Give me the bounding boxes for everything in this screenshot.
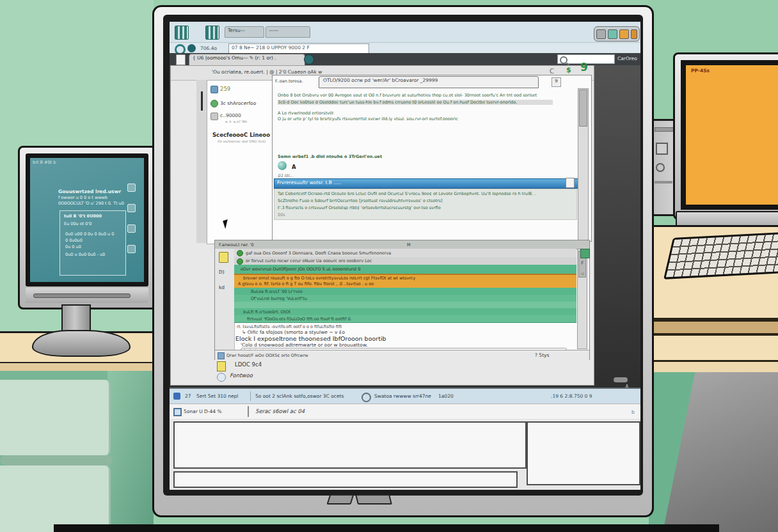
monitor-notch [326, 494, 354, 505]
doc-tab[interactable]: OTLO/9200 ocrw pd 'wer/Ar' bCroavaror _2… [319, 76, 539, 88]
key-icon[interactable] [596, 29, 606, 39]
left-screen-icon[interactable] [127, 224, 136, 233]
browser-tab[interactable]: { U6 |oomooo's Omu— ✎ (r: 1 or) . [189, 54, 305, 66]
below-item[interactable]: Fontwoo [230, 372, 253, 379]
sidebar-item-sub: a..t- a.o? We [225, 120, 247, 123]
keyboard [663, 231, 778, 279]
panel-header: F.anwouLt rwr. '0 M [215, 240, 589, 249]
taskbar-item[interactable]: 5ert 5et 310 nepl [196, 393, 238, 399]
doc-line-number: 01 liti... [278, 173, 294, 178]
dollar-icon[interactable]: $ [566, 67, 571, 73]
pin-icon[interactable] [201, 91, 203, 111]
columns-icon[interactable] [205, 26, 219, 40]
copyright-icon[interactable]: C [550, 68, 554, 74]
change-row[interactable]: ftrtvust 'fOoOo.ots fOuLOoO ftft.oo ftso… [234, 315, 576, 323]
taskbar-item[interactable]: 1a020 [438, 393, 454, 399]
monitor-power-button[interactable] [355, 494, 392, 505]
detail-line: 'Colo d snowwood adtremwarte or oor w br… [241, 342, 368, 348]
grid-teal-icon[interactable] [608, 29, 617, 39]
secondary-left[interactable]: 5onar U D-44 % [184, 409, 222, 414]
sidebar-item[interactable]: c..90000 [220, 113, 241, 118]
dialog-line: Eu 00u ot 0'0 [64, 221, 91, 226]
taskbar-item[interactable]: 5o oot 2 sclAnk sotfo,oswor 3C ocets [255, 393, 344, 399]
search-label[interactable]: CarOreo [617, 56, 637, 61]
below-item[interactable]: LDOC 9c4 [235, 361, 262, 368]
title-tab[interactable]: —— [266, 26, 310, 38]
address-input[interactable]: 07 8 Ne~ 218 0 UPPOY 9000 2 F [228, 43, 369, 54]
row-text: buLft ft.o'tsoo0rt. OtOf. [243, 309, 291, 315]
window-toolbar: 706.4o 07 8 Ne~ 218 0 UPPOY 9000 2 F [170, 42, 640, 54]
row-text: gaf oua Oes Oooonf 3 Oonnsara, Dooft Cna… [246, 251, 391, 256]
doc-line: O ju or urte p' tyl to brsrtcyufs rtsvun… [278, 116, 458, 121]
tower-knob[interactable] [656, 163, 665, 172]
doc-scrollbar[interactable] [578, 88, 589, 240]
quote-block: Tat Coberlcetf Ocrsoo-rtd Ocoute bro Lcl… [274, 189, 577, 220]
dialog-line: 0u0 u 0u0 0u0 - u0 [65, 252, 105, 257]
sidebar-item[interactable]: ScecfeoooC Lineoo [212, 132, 270, 138]
start-icon[interactable] [173, 393, 180, 400]
change-row[interactable]: oOvr wovrvruo OutOftJoorc JOo OOLFO S uL… [234, 265, 576, 274]
toolbar-counter: 706.4o [200, 45, 217, 51]
nine-badge[interactable]: 9 [580, 65, 588, 70]
right-screen-label: PP-4Ss [691, 68, 710, 74]
left-screen-icon[interactable] [127, 184, 136, 192]
doc-line: Onbo 8 bot Orsbvru vor 00 Avrogoe sout s… [278, 93, 573, 98]
document-icon[interactable] [176, 54, 186, 65]
cabinet-side [107, 371, 154, 532]
selected-row[interactable]: Frvreresuuftr wotsr. t.B ..... [274, 178, 582, 189]
file-icon[interactable] [219, 252, 228, 263]
orange-half-icon[interactable] [631, 29, 637, 39]
doc-tab-left[interactable]: F..oan.toresa. [275, 79, 303, 84]
block-line: ScZtrothe f'uso o Sdourf brrtOscurrtoo [… [278, 198, 443, 203]
status-icon [218, 352, 225, 359]
left-screen-icon[interactable] [127, 245, 136, 253]
ide-sidebar: 259 3c shArocerfoo c..90000 a..t- a.o? W… [207, 80, 273, 244]
left-monitor-slot [33, 293, 131, 298]
rail-glyph: D) [219, 269, 225, 275]
scrollbar-thumb[interactable] [579, 90, 587, 127]
taskbar-num: 27 [185, 393, 191, 399]
rail-glyph: kd [219, 285, 225, 290]
secondary-divider [248, 406, 249, 417]
change-row[interactable]: or forvut curto rocwr cerur oNuor Ua ooo… [234, 257, 576, 265]
changes-panel: F.anwouLt rwr. '0 M D) kd gaf oua Oes Oo… [214, 240, 590, 360]
tool-glyph[interactable]: F [581, 260, 584, 266]
grid-orange-icon[interactable] [619, 29, 629, 39]
desktop-pill[interactable] [614, 377, 628, 382]
shield-icon [210, 86, 218, 93]
green-tool-icon[interactable] [580, 249, 590, 258]
blank-panel-right [527, 421, 640, 485]
record-dot-icon[interactable] [187, 44, 196, 52]
tower-slot [655, 127, 675, 132]
notes-icon[interactable] [173, 408, 182, 416]
panel-header-right: M [407, 242, 411, 247]
left-screen-icon[interactable] [127, 204, 136, 212]
page-curl-icon[interactable] [566, 178, 575, 188]
detail-line: rt. tsvuLftsftstts -ovrtfo.oft ootf o o … [237, 324, 342, 329]
left-monitor-stand-base [32, 330, 131, 357]
dialog-title: tu0 B '0't 0U000 [64, 214, 102, 219]
title-tab[interactable]: Tersu— [225, 26, 264, 38]
tool-glyph[interactable]: u [581, 270, 584, 276]
cabinet-drawer-divider [0, 455, 113, 465]
dark-tabbar: { U6 |oomooo's Omu— ✎ (r: 1 or) . CarOre… [170, 53, 640, 65]
globe-icon[interactable] [217, 373, 226, 382]
file-icon[interactable] [217, 361, 226, 372]
sidebar-item[interactable]: 259 [220, 86, 230, 92]
ide-toolbar-text: 'Ou ocriatea, re.ouert. | @ | 2'0 Cuaeon… [212, 69, 322, 75]
change-row[interactable]: gaf oua Oes Oooonf 3 Oonnsara, Dooft Cna… [234, 249, 576, 257]
status-right: ? 5tys [535, 352, 549, 358]
refresh-button[interactable] [304, 54, 314, 65]
lower-screen-area [170, 419, 640, 490]
tower-button[interactable] [656, 143, 668, 155]
columns-icon[interactable] [175, 26, 189, 40]
blank-panel-strip [173, 471, 518, 488]
detail-text: Oific fa sfoJoos (smorto a styulwe ~ v £… [248, 329, 345, 335]
taskbar-tray-clock[interactable]: .19 6 2:8.750 0 9 [551, 393, 592, 399]
secondary-label: 5erac s6owl ac 04 [255, 408, 305, 414]
dialog-line: 0u 0 u0 [65, 244, 81, 249]
sidebar-item[interactable]: 3c shArocerfoo [220, 100, 256, 106]
taskbar-item[interactable]: Swatoa rwwww srr47ne [374, 393, 431, 399]
left-screen-header: brt B #0t b [33, 160, 56, 165]
sort-button[interactable]: 9 [552, 77, 561, 87]
